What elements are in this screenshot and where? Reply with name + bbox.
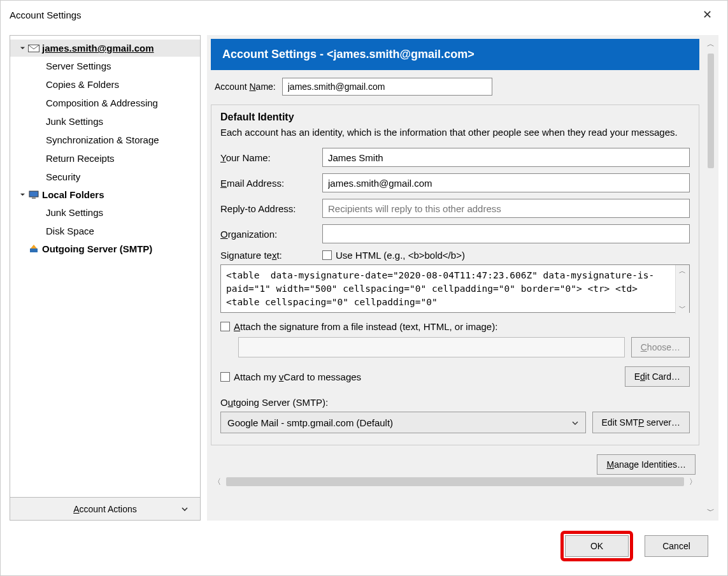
email-label: Email Address: xyxy=(220,178,316,189)
edit-smtp-button[interactable]: Edit SMTP server… xyxy=(592,412,690,433)
identity-desc: Each account has an identity, which is t… xyxy=(220,126,690,139)
account-root[interactable]: james.smith@gmail.com xyxy=(10,40,200,57)
attach-vcard-checkbox[interactable]: Attach my vCard to messages xyxy=(220,371,361,382)
account-tree: james.smith@gmail.com Server Settings Co… xyxy=(10,36,200,497)
sidebar-item-local-junk[interactable]: Junk Settings xyxy=(10,203,200,222)
chevron-down-icon xyxy=(571,417,579,428)
checkbox-icon xyxy=(220,372,230,382)
sidebar-item-sync-storage[interactable]: Synchronization & Storage xyxy=(10,131,200,149)
scroll-up-icon[interactable]: ︿ xyxy=(707,39,715,50)
your-name-input[interactable] xyxy=(322,148,690,167)
scroll-left-icon[interactable]: 〈 xyxy=(211,477,224,487)
chevron-down-icon[interactable] xyxy=(19,45,25,51)
reply-to-label: Reply-to Address: xyxy=(220,203,316,214)
local-folders-root[interactable]: Local Folders xyxy=(10,186,200,203)
chevron-down-icon xyxy=(181,504,189,514)
scroll-right-icon[interactable]: 〉 xyxy=(687,477,699,487)
svg-rect-3 xyxy=(30,248,38,252)
checkbox-icon xyxy=(220,322,230,331)
main-panel: Account Settings - <james.smith@gmail.co… xyxy=(207,35,703,521)
cancel-button[interactable]: Cancel xyxy=(645,535,708,557)
account-name-input[interactable] xyxy=(282,78,492,96)
organization-label: Organization: xyxy=(220,229,316,240)
choose-button[interactable]: Choose… xyxy=(631,337,690,357)
window-title: Account Settings xyxy=(10,10,82,20)
scroll-down-icon[interactable]: ﹀ xyxy=(679,303,686,313)
close-icon[interactable]: ✕ xyxy=(696,8,718,22)
ok-button[interactable]: OK xyxy=(565,535,629,557)
sidebar-item-junk[interactable]: Junk Settings xyxy=(10,112,200,131)
chevron-down-icon[interactable] xyxy=(19,192,25,198)
smtp-value: Google Mail - smtp.gmail.com (Default) xyxy=(227,417,393,428)
local-folders-label: Local Folders xyxy=(42,189,104,200)
account-email-label: james.smith@gmail.com xyxy=(42,43,154,54)
signature-text-label: Signature text: xyxy=(220,250,316,261)
attach-vcard-label: Attach my vCard to messages xyxy=(234,371,361,382)
main-wrap: Account Settings - <james.smith@gmail.co… xyxy=(207,35,718,521)
scrollbar-thumb[interactable] xyxy=(708,54,714,168)
smtp-icon xyxy=(28,245,39,254)
smtp-select[interactable]: Google Mail - smtp.gmail.com (Default) xyxy=(220,412,586,433)
banner-email: james.smith@gmail.com xyxy=(334,48,468,61)
account-settings-window: Account Settings ✕ james.smith@gmail.com… xyxy=(0,0,728,576)
sidebar-item-disk-space[interactable]: Disk Space xyxy=(10,222,200,240)
edit-card-button[interactable]: Edit Card… xyxy=(625,366,690,387)
scrollbar-thumb[interactable] xyxy=(226,477,684,486)
smtp-label: Outgoing Server (SMTP) xyxy=(42,243,152,254)
checkbox-icon xyxy=(322,250,332,260)
textarea-scrollbar[interactable]: ︿ ﹀ xyxy=(675,265,689,314)
sidebar-item-composition[interactable]: Composition & Addressing xyxy=(10,94,200,112)
sidebar: james.smith@gmail.com Server Settings Co… xyxy=(10,35,201,521)
account-actions-label: Account Actions xyxy=(73,504,137,514)
attach-file-label: Attach the signature from a file instead… xyxy=(234,321,497,332)
scroll-down-icon[interactable]: ﹀ xyxy=(707,506,715,517)
banner-suffix: > xyxy=(467,48,475,61)
account-name-row: Account Name: xyxy=(207,74,703,104)
ok-highlight: OK xyxy=(560,531,633,561)
account-actions-button[interactable]: Account Actions xyxy=(10,497,200,520)
sidebar-item-security[interactable]: Security xyxy=(10,168,200,186)
horizontal-scrollbar[interactable]: 〈 〉 xyxy=(211,475,699,489)
monitor-icon xyxy=(28,191,39,199)
sidebar-item-server-settings[interactable]: Server Settings xyxy=(10,57,200,75)
organization-input[interactable] xyxy=(322,224,690,243)
svg-rect-2 xyxy=(32,198,36,199)
sidebar-item-return-receipts[interactable]: Return Receipts xyxy=(10,149,200,168)
identity-title: Default Identity xyxy=(220,112,690,123)
scroll-up-icon[interactable]: ︿ xyxy=(679,266,686,276)
svg-rect-1 xyxy=(29,191,38,197)
use-html-checkbox[interactable]: Use HTML (e.g., <b>bold</b>) xyxy=(322,250,465,261)
footer: OK Cancel xyxy=(1,521,727,575)
banner-prefix: Account Settings - < xyxy=(222,48,334,61)
attach-file-checkbox[interactable]: Attach the signature from a file instead… xyxy=(220,321,497,332)
titlebar: Account Settings ✕ xyxy=(1,1,727,29)
sidebar-item-smtp[interactable]: Outgoing Server (SMTP) xyxy=(10,240,200,257)
banner: Account Settings - <james.smith@gmail.co… xyxy=(211,39,699,70)
account-name-label: Account Name: xyxy=(215,82,276,92)
signature-file-input xyxy=(238,337,625,357)
envelope-icon xyxy=(28,44,39,53)
manage-identities-button[interactable]: Manage Identities… xyxy=(597,454,696,475)
reply-to-input[interactable] xyxy=(322,199,690,218)
smtp-section-label: Outgoing Server (SMTP): xyxy=(220,397,690,408)
vertical-scrollbar[interactable]: ︿ ﹀ xyxy=(703,35,718,521)
use-html-label: Use HTML (e.g., <b>bold</b>) xyxy=(336,250,465,261)
signature-textarea[interactable] xyxy=(220,264,690,313)
body-layout: james.smith@gmail.com Server Settings Co… xyxy=(1,29,727,521)
identity-panel: Default Identity Each account has an ide… xyxy=(211,104,699,445)
sidebar-item-copies-folders[interactable]: Copies & Folders xyxy=(10,75,200,94)
your-name-label: Your Name: xyxy=(220,152,316,163)
email-input[interactable] xyxy=(322,173,690,192)
